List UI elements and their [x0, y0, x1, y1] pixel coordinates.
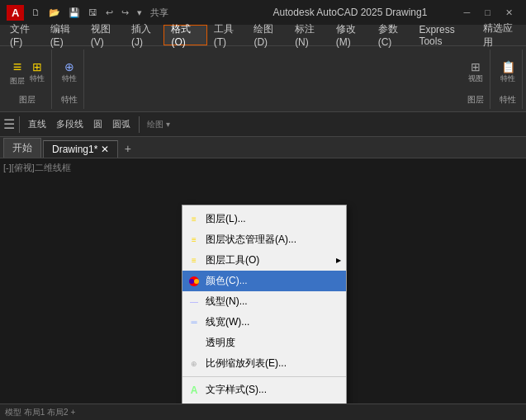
- bottom-bar: 模型 布局1 布局2 +: [0, 403, 526, 420]
- menu-tools[interactable]: 工具(T): [207, 25, 248, 45]
- linewidth-icon: ═: [187, 316, 201, 329]
- rightmost-panel: 📋 特性 特性: [494, 50, 523, 109]
- props-btn[interactable]: 📋 特性: [499, 59, 517, 86]
- props-panel-label: 特性: [61, 94, 78, 106]
- rightmost-label: 特性: [500, 94, 516, 106]
- properties-panel: ⊕ 特性 特性: [55, 50, 84, 109]
- menu-item-transparency[interactable]: 透明度: [182, 333, 346, 353]
- canvas-label: [-][俯视]二维线框: [3, 162, 71, 174]
- menu-item-linewidth[interactable]: ═ 线宽(W)...: [182, 312, 346, 333]
- layers-menu-icon: ≡: [187, 213, 201, 226]
- tab-drawing1[interactable]: Drawing1* ✕: [43, 140, 118, 158]
- tab-row: 开始 Drawing1* ✕ +: [0, 137, 526, 158]
- svg-point-2: [194, 279, 199, 284]
- menu-annotation[interactable]: 标注(N): [288, 25, 329, 45]
- tab-add-button[interactable]: +: [120, 139, 136, 158]
- layer-manager-button[interactable]: ≡ 图层: [8, 57, 26, 88]
- toolbar-label: 绘图 ▾: [144, 117, 173, 132]
- menu-draw[interactable]: 绘图(D): [247, 25, 288, 45]
- menu-bar: 文件(F) 编辑(E) 视图(V) 插入(J) 格式(O) 工具(T) 绘图(D…: [0, 25, 526, 46]
- layer-mgr-icon: ≡: [187, 234, 201, 247]
- app-logo[interactable]: A: [7, 5, 24, 21]
- props-buttons: ⊕ 特性: [60, 53, 78, 92]
- match-props-button[interactable]: ⊕ 特性: [60, 59, 78, 86]
- save-icon[interactable]: 💾: [66, 6, 83, 20]
- layer-tools-icon: ≡: [187, 254, 201, 267]
- menu-item-layers[interactable]: ≡ 图层(L)...: [182, 209, 346, 229]
- separator-2: [139, 116, 140, 133]
- color-menu-icon: [187, 275, 201, 288]
- right-buttons: 📋 特性: [499, 53, 517, 92]
- new-icon[interactable]: 🗋: [29, 6, 43, 19]
- menu-item-linetype[interactable]: — 线型(N)...: [182, 291, 346, 312]
- menu-edit[interactable]: 编辑(E): [44, 25, 84, 45]
- quick-access-toolbar: 🗋 📂 💾 🖫 ↩ ↪ ▾ 共享: [29, 5, 243, 21]
- svg-point-1: [189, 279, 194, 284]
- menu-modify[interactable]: 修改(M): [329, 25, 372, 45]
- linetype-icon: —: [187, 295, 201, 309]
- menu-item-layer-tools[interactable]: ≡ 图层工具(O): [182, 250, 346, 271]
- layers-buttons: ≡ 图层 ⊞ 特性: [8, 53, 46, 92]
- format-dropdown-menu: ≡ 图层(L)... ≡ 图层状态管理器(A)... ≡ 图层工具(O) 颜色(…: [182, 205, 347, 403]
- menu-item-scale[interactable]: ⊕ 比例缩放列表(E)...: [182, 353, 346, 374]
- undo-icon[interactable]: ↩: [103, 6, 116, 20]
- draw-arc-button[interactable]: 圆弧: [108, 116, 135, 132]
- maximize-button[interactable]: □: [478, 6, 497, 20]
- menu-view[interactable]: 视图(V): [84, 25, 125, 45]
- dropdown-arrow-icon[interactable]: ▾: [135, 6, 145, 20]
- menu-icon[interactable]: ☰: [3, 116, 15, 132]
- transparency-icon: [187, 337, 201, 350]
- draw-polyline-button[interactable]: 多段线: [52, 116, 88, 132]
- redo-icon[interactable]: ↪: [119, 6, 131, 20]
- view-btn-1[interactable]: ⊞ 视图: [467, 59, 485, 86]
- textstyle-icon: A: [187, 384, 201, 397]
- canvas-area[interactable]: [-][俯视]二维线框 ≡ 图层(L)... ≡ 图层状态管理器(A)... ≡…: [0, 158, 526, 403]
- draw-circle-button[interactable]: 圆: [89, 116, 107, 132]
- menu-item-layer-mgr[interactable]: ≡ 图层状态管理器(A)...: [182, 229, 346, 250]
- view-buttons: ⊞ 视图: [467, 53, 485, 92]
- menu-item-color[interactable]: 颜色(C)...: [182, 271, 346, 291]
- layers-panel-label: 图层: [19, 94, 36, 106]
- menu-file[interactable]: 文件(F): [3, 25, 44, 45]
- layers-panel: ≡ 图层 ⊞ 特性 图层: [3, 50, 52, 109]
- tab-start[interactable]: 开始: [3, 138, 41, 158]
- saveas-icon[interactable]: 🖫: [86, 6, 100, 19]
- menu-format[interactable]: 格式(O): [163, 25, 206, 45]
- share-label[interactable]: 共享: [148, 5, 171, 21]
- command-line-label: 模型 布局1 布局2 +: [5, 407, 75, 418]
- express-tools-tab[interactable]: Express Tools: [412, 25, 476, 45]
- separator-1: [19, 116, 20, 133]
- open-icon[interactable]: 📂: [46, 6, 63, 20]
- window-title: Autodesk AutoCAD 2025 Drawing1: [243, 7, 457, 18]
- ribbon-panels: ≡ 图层 ⊞ 特性 图层 ⊕ 特性 特性 ⊞ 视图 图层: [0, 46, 526, 112]
- menu-insert[interactable]: 插入(J): [125, 25, 164, 45]
- scale-icon: ⊕: [187, 357, 201, 370]
- drawing-toolbar: ☰ 直线 多段线 圆 圆弧 绘图 ▾: [0, 112, 526, 137]
- menu-item-dimstyle[interactable]: ↔ 标注样式(D)...: [182, 400, 346, 403]
- menu-item-textstyle[interactable]: A 文字样式(S)...: [182, 380, 346, 400]
- menu-sep-1: [182, 376, 346, 377]
- layer-props-button[interactable]: ⊞ 特性: [28, 59, 46, 86]
- title-bar: A 🗋 📂 💾 🖫 ↩ ↪ ▾ 共享 Autodesk AutoCAD 2025…: [0, 0, 526, 25]
- window-controls: ─ □ ✕: [457, 6, 519, 20]
- view-panel: ⊞ 视图 图层: [462, 50, 490, 109]
- menu-params[interactable]: 参数(C): [372, 25, 413, 45]
- minimize-button[interactable]: ─: [457, 6, 477, 20]
- view-panel-label: 图层: [467, 94, 484, 106]
- close-button[interactable]: ✕: [499, 6, 519, 20]
- featured-apps-tab[interactable]: 精选应用: [476, 25, 523, 45]
- draw-line-button[interactable]: 直线: [24, 116, 50, 132]
